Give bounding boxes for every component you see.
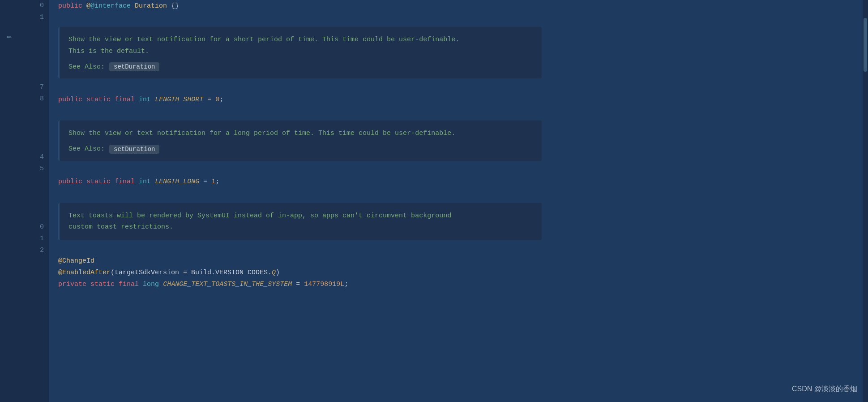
keyword-interface: @interface — [90, 2, 131, 10]
see-also-label-1: See Also: — [68, 63, 105, 71]
line-num: 7 — [40, 82, 44, 93]
editor-icon-bar: ✏ — [0, 0, 19, 402]
see-also-badge-2[interactable]: setDuration — [109, 145, 159, 154]
kw-private: private — [58, 281, 86, 288]
code-line-enabledafter: @EnabledAfter (targetSdkVersion = Build.… — [58, 267, 854, 279]
doc-text-2-line1: Show the view or text notification for a… — [68, 128, 533, 139]
const-length-short: LENGTH_SHORT — [155, 96, 203, 104]
code-area: public @@interface Duration {} Show the … — [49, 0, 863, 402]
empty-line-2 — [58, 82, 854, 94]
line-num: 4 — [40, 151, 44, 163]
line-num: 1 — [40, 233, 44, 245]
braces: {} — [171, 2, 179, 10]
see-also-row-2: See Also: setDuration — [68, 145, 533, 154]
doc-text-3-line2: custom toast restrictions. — [68, 221, 533, 233]
watermark: CSDN @淡淡的香烟 — [792, 385, 857, 394]
class-name-duration: Duration — [135, 2, 167, 10]
version-q: Q — [272, 269, 276, 277]
kw-int-2: int — [139, 178, 151, 186]
scrollbar-thumb[interactable] — [864, 18, 867, 72]
const-change-text: CHANGE_TEXT_TOASTS_IN_THE_SYSTEM — [163, 281, 292, 288]
kw-final-1: final — [115, 96, 135, 104]
keyword-public: public — [58, 2, 82, 10]
empty-line-4 — [58, 164, 854, 176]
annotation-changeid: @ChangeId — [58, 257, 94, 265]
empty-line-3 — [58, 105, 854, 117]
empty-line-6 — [58, 244, 854, 255]
kw-public-3: public — [58, 178, 82, 186]
empty-line — [58, 12, 854, 23]
empty-line-5 — [58, 188, 854, 199]
kw-static-1: static — [86, 96, 111, 104]
doc-block-3: Text toasts will be rendered by SystemUI… — [58, 203, 542, 240]
code-line-changeid: @ChangeId — [58, 255, 854, 267]
line-num: 5 — [40, 163, 44, 175]
val-0: 0 — [215, 96, 219, 104]
val-1: 1 — [211, 178, 215, 186]
kw-static-2: static — [86, 178, 111, 186]
scrollbar[interactable] — [863, 0, 868, 402]
kw-final-2: final — [115, 178, 135, 186]
line-num: 0 — [40, 221, 44, 233]
see-also-row-1: See Also: setDuration — [68, 62, 533, 71]
line-numbers: 0 1 7 8 4 5 0 1 2 — [19, 0, 49, 402]
see-also-badge-1[interactable]: setDuration — [109, 62, 159, 71]
kw-long: long — [143, 281, 159, 288]
kw-final-3: final — [119, 281, 139, 288]
line-num: 8 — [40, 93, 44, 105]
see-also-label-2: See Also: — [68, 145, 105, 153]
pencil-icon[interactable]: ✏ — [7, 31, 12, 41]
annotation-enabledafter: @EnabledAfter — [58, 269, 111, 277]
doc-text-1-line1: Show the view or text notification for a… — [68, 34, 533, 46]
doc-text-3-line1: Text toasts will be rendered by SystemUI… — [68, 210, 533, 222]
doc-text-1-line2: This is the default. — [68, 46, 533, 57]
val-147798919l: 147798919L — [304, 281, 344, 288]
code-line-length-short: public static final int LENGTH_SHORT = 0… — [58, 94, 854, 105]
line-num: 1 — [40, 12, 44, 23]
code-line-public-interface: public @@interface Duration {} — [58, 0, 854, 12]
code-line-change-const: private static final long CHANGE_TEXT_TO… — [58, 279, 854, 290]
const-length-long: LENGTH_LONG — [155, 178, 199, 186]
kw-static-3: static — [90, 281, 115, 288]
kw-public-2: public — [58, 96, 82, 104]
code-line-length-long: public static final int LENGTH_LONG = 1 … — [58, 176, 854, 188]
kw-int-1: int — [139, 96, 151, 104]
doc-block-2: Show the view or text notification for a… — [58, 121, 542, 161]
doc-block-1: Show the view or text notification for a… — [58, 27, 542, 78]
keyword-at-interface: @ — [86, 2, 90, 10]
line-num: 2 — [40, 245, 44, 256]
line-num: 0 — [40, 0, 44, 12]
